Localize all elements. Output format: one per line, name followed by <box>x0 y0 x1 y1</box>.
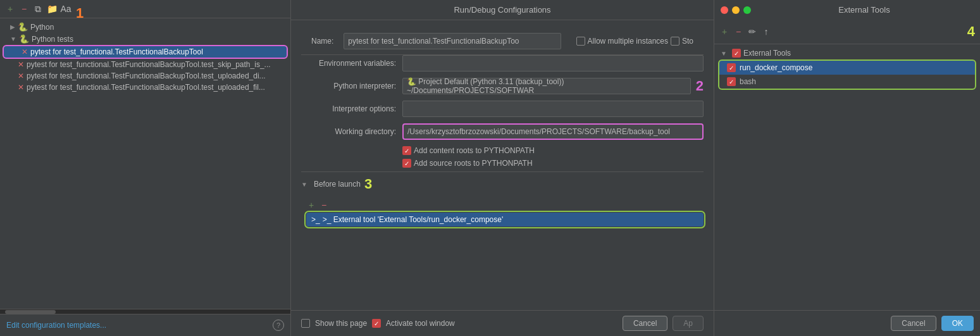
add-launch-button[interactable]: + <box>306 200 316 210</box>
python-icon: 🐍 <box>18 22 28 32</box>
ext-ok-button[interactable]: OK <box>941 316 974 331</box>
help-button[interactable]: ? <box>273 320 284 331</box>
ext-tools-footer: Cancel OK <box>714 310 980 336</box>
tree-item-2[interactable]: ✕ pytest for test_functional.TestFunctio… <box>0 70 290 82</box>
run-docker-checkbox[interactable]: ✓ <box>727 63 736 72</box>
name-label: Name: <box>311 37 333 46</box>
allow-multiple-section: Allow multiple instances Sto <box>576 37 693 46</box>
before-launch-toolbar: + − <box>306 200 704 210</box>
before-launch-label: Before launch <box>314 180 361 189</box>
maximize-window-button[interactable] <box>743 6 751 14</box>
tree-python-tests-group[interactable]: ▼ 🐍 Python tests <box>0 33 290 45</box>
annotation-4: 4 <box>967 23 975 40</box>
add-content-roots-row: ✓ Add content roots to PYTHONPATH <box>301 146 704 155</box>
copy-config-button[interactable]: ⧉ <box>33 4 43 14</box>
tree-python-group[interactable]: ▶ 🐍 Python <box>0 21 290 33</box>
left-panel-footer: Edit configuration templates... ? <box>0 314 290 336</box>
working-dir-input[interactable] <box>402 123 704 140</box>
ext-group-checkbox[interactable]: ✓ <box>732 49 741 58</box>
ext-tools-toolbar: + − ✏ ↑ 4 <box>714 20 980 44</box>
add-tool-button[interactable]: + <box>719 27 729 37</box>
tree-item-selected[interactable]: ✕ pytest for test_functional.TestFunctio… <box>4 46 287 58</box>
cancel-button[interactable]: Cancel <box>623 316 667 331</box>
show-page-row: Show this page ✓ Activate tool window <box>301 319 617 328</box>
name-input[interactable] <box>344 33 561 49</box>
annotation-1: 1 <box>76 5 84 22</box>
remove-launch-button[interactable]: − <box>319 200 329 210</box>
python-tests-group-label: Python tests <box>32 35 73 44</box>
remove-tool-button[interactable]: − <box>733 27 743 37</box>
ext-items-container: ✓ run_docker_compose ✓ bash <box>719 61 975 89</box>
ext-tools-tree: ▼ ✓ External Tools ✓ run_docker_compose … <box>714 44 980 310</box>
run-docker-label: run_docker_compose <box>740 63 812 72</box>
ext-item-bash[interactable]: ✓ bash <box>719 75 975 89</box>
before-launch-section: ▼ Before launch 3 <box>301 171 704 196</box>
folder-config-button[interactable]: 📁 <box>47 4 57 14</box>
ext-group-label: External Tools <box>743 49 791 58</box>
allow-multiple-label: Allow multiple instances <box>588 37 668 46</box>
launch-item[interactable]: >_ >_ External tool 'External Tools/run_… <box>306 213 704 227</box>
working-dir-label: Working directory: <box>301 127 402 136</box>
allow-multiple-checkbox[interactable] <box>576 37 585 46</box>
remove-config-button[interactable]: − <box>19 4 29 14</box>
interpreter-field[interactable]: 🐍 Project Default (Python 3.11 (backup_t… <box>402 78 691 94</box>
pytest-icon-3: ✕ <box>18 83 24 92</box>
add-content-roots-checkbox[interactable]: ✓ <box>402 146 411 155</box>
add-source-roots-item: ✓ Add source roots to PYTHONPATH <box>402 159 533 168</box>
working-dir-row: Working directory: <box>301 123 704 140</box>
highlighted-item-container: ✕ pytest for test_functional.TestFunctio… <box>4 46 287 58</box>
chevron-right-icon: ▶ <box>10 23 15 30</box>
add-source-roots-checkbox[interactable]: ✓ <box>402 159 411 168</box>
interpreter-options-row: Interpreter options: <box>301 101 704 117</box>
activate-tool-window-label: Activate tool window <box>386 319 455 328</box>
before-launch-chevron: ▼ <box>301 181 307 188</box>
move-up-tool-button[interactable]: ↑ <box>761 27 771 37</box>
left-panel: + − ⧉ 📁 Aa 1 ▶ 🐍 Python ▼ 🐍 Python tests… <box>0 0 291 336</box>
python-group-label: Python <box>30 23 54 32</box>
ext-cancel-button[interactable]: Cancel <box>891 316 936 331</box>
env-vars-row: Environment variables: <box>301 55 704 72</box>
sort-config-button[interactable]: Aa <box>61 4 71 14</box>
dialog-footer: Show this page ✓ Activate tool window Ca… <box>291 310 714 336</box>
external-tools-dialog: External Tools + − ✏ ↑ 4 ▼ ✓ External To… <box>714 0 980 336</box>
dialog-title: Run/Debug Configurations <box>291 0 714 20</box>
stop-checkbox[interactable] <box>671 37 679 46</box>
minimize-window-button[interactable] <box>732 6 740 14</box>
interpreter-options-input[interactable] <box>402 101 704 117</box>
horizontal-scrollbar[interactable] <box>0 309 290 314</box>
python-tests-icon: 🐍 <box>19 34 29 44</box>
name-row: Name: Allow multiple instances Sto <box>301 28 704 55</box>
bash-checkbox[interactable]: ✓ <box>727 77 736 86</box>
edit-tool-button[interactable]: ✏ <box>747 27 757 37</box>
add-source-roots-label: Add source roots to PYTHONPATH <box>414 159 533 168</box>
ext-tools-group: ▼ ✓ External Tools ✓ run_docker_compose … <box>717 47 977 89</box>
tree-item-label-3: pytest for test_functional.TestFunctiona… <box>27 83 265 92</box>
show-page-label: Show this page <box>315 319 367 328</box>
add-config-button[interactable]: + <box>5 4 15 14</box>
apply-button[interactable]: Ap <box>673 316 704 331</box>
env-vars-input[interactable] <box>402 55 704 72</box>
show-page-checkbox[interactable] <box>301 319 310 328</box>
activate-tool-window-checkbox[interactable]: ✓ <box>372 319 381 328</box>
interpreter-label: Python interpreter: <box>301 82 402 90</box>
tree-item-1[interactable]: ✕ pytest for test_functional.TestFunctio… <box>0 59 290 70</box>
ext-group-header: ▼ ✓ External Tools <box>717 47 977 59</box>
edit-templates-link[interactable]: Edit configuration templates... <box>6 321 106 330</box>
interpreter-options-label: Interpreter options: <box>301 104 402 113</box>
ext-group-chevron: ▼ <box>721 50 727 57</box>
external-tools-title: External Tools <box>755 5 974 15</box>
stop-label: Sto <box>682 37 693 46</box>
annotation-3: 3 <box>364 176 372 192</box>
launch-item-icon: >_ <box>311 215 320 224</box>
tree-item-3[interactable]: ✕ pytest for test_functional.TestFunctio… <box>0 82 290 93</box>
add-source-roots-row: ✓ Add source roots to PYTHONPATH <box>301 159 704 168</box>
add-content-roots-label: Add content roots to PYTHONPATH <box>414 146 535 155</box>
run-debug-dialog: Run/Debug Configurations Name: Allow mul… <box>291 0 714 336</box>
launch-item-label: >_ External tool 'External Tools/run_doc… <box>323 215 504 224</box>
chevron-down-icon: ▼ <box>10 35 16 42</box>
before-launch-list: + − >_ >_ External tool 'External Tools/… <box>306 200 704 227</box>
ext-item-run-docker[interactable]: ✓ run_docker_compose <box>719 61 975 75</box>
close-window-button[interactable] <box>721 6 728 14</box>
pytest-icon-1: ✕ <box>18 60 24 69</box>
add-content-roots-item: ✓ Add content roots to PYTHONPATH <box>402 146 535 155</box>
